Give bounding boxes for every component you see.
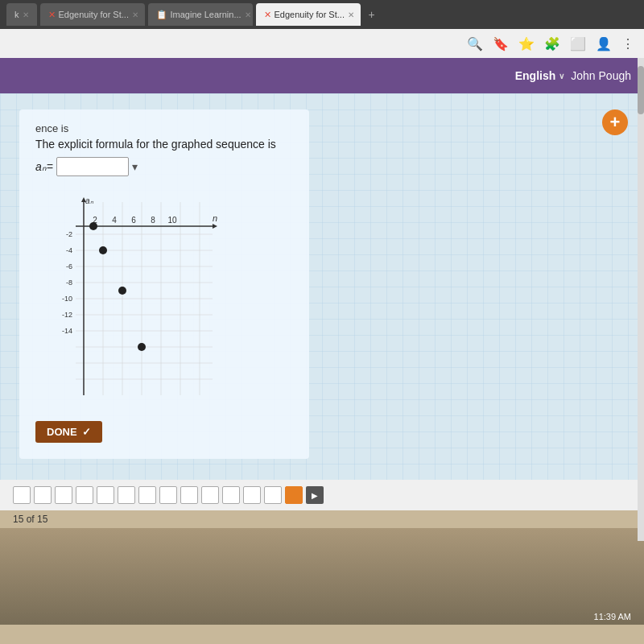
formula-row: aₙ= ▾: [35, 157, 293, 176]
tab-2-icon: ✕: [48, 10, 56, 20]
progress-sq-1[interactable]: [13, 486, 31, 504]
svg-text:-4: -4: [66, 246, 72, 254]
address-bar-row: 🔍 🔖 ⭐ 🧩 ⬜ 👤 ⋮: [0, 29, 644, 58]
language-selector[interactable]: English ∨: [515, 69, 565, 82]
star-icon[interactable]: ⭐: [518, 36, 535, 52]
progress-sq-7[interactable]: [138, 486, 156, 504]
tab-3-icon: 📋: [156, 10, 167, 20]
svg-text:10: 10: [167, 216, 177, 225]
language-label: English: [515, 69, 556, 82]
page-count: 15 of 15: [0, 510, 644, 528]
main-content: + ence is The explicit formula for the g…: [0, 93, 644, 480]
tab-3-close[interactable]: ✕: [245, 10, 251, 19]
progress-sq-11[interactable]: [222, 486, 240, 504]
svg-text:n: n: [213, 213, 217, 223]
progress-sq-14[interactable]: [285, 486, 303, 504]
svg-point-38: [138, 343, 146, 351]
tab-4[interactable]: ✕ Edgenuity for St... ✕: [256, 3, 361, 26]
svg-text:4: 4: [112, 216, 117, 225]
app-header: English ∨ John Pough: [0, 58, 644, 93]
tab-2-label: Edgenuity for St...: [59, 10, 129, 19]
done-label: DONE: [47, 426, 77, 438]
scrollbar-thumb[interactable]: [638, 66, 644, 114]
tab-2-close[interactable]: ✕: [132, 10, 138, 19]
svg-text:6: 6: [131, 216, 136, 225]
profile-icon[interactable]: 👤: [596, 36, 612, 52]
tab-4-close[interactable]: ✕: [348, 10, 354, 19]
svg-text:-10: -10: [62, 295, 72, 303]
question-prefix: ence is: [35, 122, 293, 134]
formula-label: aₙ=: [35, 160, 53, 173]
progress-sq-4[interactable]: [76, 486, 93, 504]
progress-sq-12[interactable]: [243, 486, 261, 504]
browser-chrome: k ✕ ✕ Edgenuity for St... ✕ 📋 Imagine Le…: [0, 0, 644, 29]
svg-text:-8: -8: [66, 279, 72, 287]
progress-sq-2[interactable]: [34, 486, 52, 504]
tab-3[interactable]: 📋 Imagine Learnin... ✕: [148, 3, 253, 26]
svg-point-35: [89, 222, 97, 230]
question-text: The explicit formula for the graphed seq…: [35, 138, 293, 151]
svg-text:aₙ: aₙ: [85, 196, 94, 205]
tab-1-label: k: [14, 10, 19, 19]
svg-text:-12: -12: [62, 311, 72, 319]
progress-sq-9[interactable]: [180, 486, 198, 504]
svg-text:-6: -6: [66, 262, 72, 270]
share-icon[interactable]: 🔖: [493, 36, 509, 52]
progress-sq-10[interactable]: [201, 486, 219, 504]
progress-sq-5[interactable]: [97, 486, 114, 504]
tab-4-icon: ✕: [264, 10, 271, 20]
graph-svg: 2 4 6 8 10 n -2 -4 -6 -8 -10 -12 -14 aₙ: [43, 186, 221, 411]
progress-sq-3[interactable]: [55, 486, 72, 504]
reflection-area: 11:39 AM: [0, 528, 644, 625]
done-button[interactable]: DONE ✓: [35, 421, 102, 443]
svg-point-36: [99, 246, 107, 254]
tab-4-label: Edgenuity for St...: [275, 10, 345, 19]
scrollbar[interactable]: [638, 58, 644, 541]
lang-dropdown-icon: ∨: [559, 72, 564, 80]
done-checkmark: ✓: [82, 426, 91, 438]
graph-container: 2 4 6 8 10 n -2 -4 -6 -8 -10 -12 -14 aₙ: [43, 186, 221, 411]
time-display: 11:39 AM: [594, 612, 631, 621]
plus-button[interactable]: +: [602, 109, 628, 135]
progress-sq-13[interactable]: [264, 486, 282, 504]
progress-sq-8[interactable]: [159, 486, 177, 504]
formula-input[interactable]: [56, 157, 129, 176]
formula-arrow: ▾: [132, 160, 138, 173]
progress-sq-6[interactable]: [118, 486, 135, 504]
svg-text:-14: -14: [62, 327, 72, 335]
tab-1[interactable]: k ✕: [6, 3, 37, 26]
question-card: ence is The explicit formula for the gra…: [19, 109, 309, 459]
svg-marker-18: [213, 224, 217, 229]
extension-icon[interactable]: 🧩: [544, 36, 560, 52]
menu-icon[interactable]: ⋮: [621, 36, 634, 52]
tab-3-label: Imagine Learnin...: [171, 10, 242, 19]
tab-2[interactable]: ✕ Edgenuity for St... ✕: [40, 3, 145, 26]
bottom-bar: ▶: [0, 480, 644, 510]
user-name: John Pough: [571, 69, 631, 82]
new-tab-button[interactable]: +: [364, 8, 380, 21]
search-icon[interactable]: 🔍: [467, 36, 483, 52]
window-icon[interactable]: ⬜: [570, 36, 586, 52]
play-button[interactable]: ▶: [306, 486, 324, 504]
tab-1-close[interactable]: ✕: [23, 10, 29, 19]
svg-point-37: [118, 287, 126, 295]
svg-text:-2: -2: [66, 230, 72, 238]
svg-text:8: 8: [151, 216, 155, 225]
